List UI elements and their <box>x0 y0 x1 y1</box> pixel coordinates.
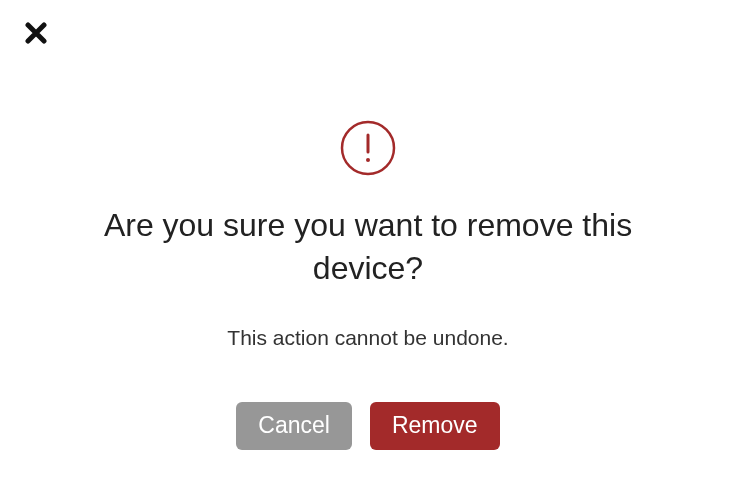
dialog-actions: Cancel Remove <box>236 402 499 450</box>
close-icon <box>25 22 47 47</box>
remove-button[interactable]: Remove <box>370 402 500 450</box>
confirm-dialog: Are you sure you want to remove this dev… <box>0 120 736 450</box>
close-button[interactable] <box>22 20 50 48</box>
dialog-subtitle: This action cannot be undone. <box>227 326 508 350</box>
svg-point-2 <box>366 158 370 162</box>
alert-circle-icon <box>340 120 396 176</box>
cancel-button[interactable]: Cancel <box>236 402 352 450</box>
dialog-title: Are you sure you want to remove this dev… <box>88 204 648 290</box>
